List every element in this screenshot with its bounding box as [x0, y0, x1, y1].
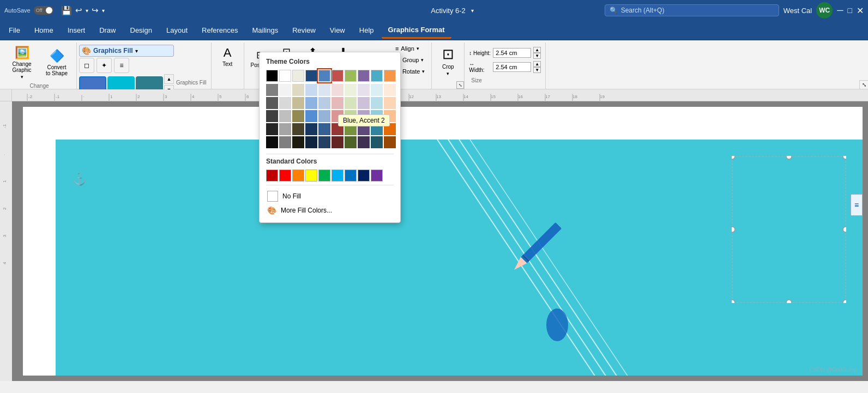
styles-scroll-up[interactable]: ▲ [164, 74, 174, 84]
shade-cell[interactable] [318, 84, 330, 96]
menu-design[interactable]: Design [124, 23, 159, 38]
shade-cell[interactable] [318, 123, 330, 135]
menu-review[interactable]: Review [286, 23, 322, 38]
shade-cell[interactable] [318, 110, 330, 122]
theme-color-cell[interactable] [384, 70, 396, 82]
shade-cell[interactable] [371, 84, 383, 96]
standard-color-cell[interactable] [331, 170, 343, 182]
menu-references[interactable]: References [195, 23, 244, 38]
shade-cell[interactable] [358, 97, 370, 109]
width-down[interactable]: ▼ [533, 67, 541, 73]
shade-cell[interactable] [266, 84, 278, 96]
graphic-alt-text-button[interactable]: ≡ [114, 58, 129, 73]
standard-color-cell[interactable] [358, 170, 370, 182]
shade-cell[interactable] [292, 123, 304, 135]
theme-color-cell[interactable] [345, 70, 357, 82]
shade-cell[interactable] [318, 97, 330, 109]
shade-cell[interactable] [358, 84, 370, 96]
shade-cell[interactable] [331, 136, 343, 148]
shade-cell[interactable] [266, 97, 278, 109]
window-maximize[interactable]: □ [848, 6, 852, 15]
shade-cell[interactable] [384, 84, 396, 96]
search-bar[interactable]: 🔍 Search (Alt+Q) [605, 4, 779, 16]
menu-help[interactable]: Help [353, 23, 381, 38]
shade-cell[interactable] [345, 84, 357, 96]
no-fill-option[interactable]: No Fill [266, 189, 394, 204]
theme-color-cell[interactable] [358, 70, 370, 82]
convert-to-shape-button[interactable]: 🔷 Convert to Shape [40, 47, 73, 78]
shade-cell[interactable] [279, 110, 291, 122]
shade-cell[interactable] [358, 136, 370, 148]
shade-cell[interactable] [305, 97, 317, 109]
shade-cell[interactable] [318, 136, 330, 148]
shade-cell[interactable] [279, 123, 291, 135]
undo-icon[interactable]: ↩ [75, 5, 82, 15]
shade-cell[interactable] [371, 97, 383, 109]
graphic-outline-button[interactable]: ◻ [79, 58, 94, 73]
shade-cell[interactable] [292, 136, 304, 148]
theme-color-cell[interactable] [305, 70, 317, 82]
shade-cell[interactable] [345, 97, 357, 109]
shade-cell[interactable] [305, 84, 317, 96]
shade-cell[interactable] [292, 84, 304, 96]
standard-color-cell[interactable] [292, 170, 304, 182]
redo-icon[interactable]: ↪ [92, 5, 99, 15]
standard-color-cell[interactable] [266, 170, 278, 182]
graphic-effects-button[interactable]: ✦ [97, 58, 112, 73]
menu-draw[interactable]: Draw [93, 23, 122, 38]
standard-color-cell[interactable] [371, 170, 383, 182]
shade-cell[interactable] [305, 123, 317, 135]
shade-cell[interactable] [266, 123, 278, 135]
menu-layout[interactable]: Layout [160, 23, 194, 38]
standard-color-cell[interactable] [279, 170, 291, 182]
theme-color-cell[interactable] [292, 70, 304, 82]
theme-color-cell[interactable] [371, 70, 383, 82]
undo-dropdown-icon[interactable]: ▾ [86, 8, 88, 14]
shade-cell[interactable] [331, 84, 343, 96]
shade-cell[interactable] [305, 110, 317, 122]
side-panel-icon[interactable]: ≡ [851, 194, 863, 216]
menu-mailings[interactable]: Mailings [246, 23, 285, 38]
more-fill-colors-option[interactable]: 🎨 More Fill Colors... [266, 204, 394, 217]
theme-color-cell[interactable] [331, 70, 343, 82]
window-minimize[interactable]: ─ [837, 5, 843, 15]
shade-cell[interactable] [292, 97, 304, 109]
width-up[interactable]: ▲ [533, 61, 541, 67]
shade-cell[interactable] [266, 136, 278, 148]
change-graphic-button[interactable]: 🖼️ Change Graphic ▾ [5, 44, 38, 82]
shade-cell[interactable] [331, 97, 343, 109]
height-up[interactable]: ▲ [533, 47, 541, 53]
shade-cell[interactable] [384, 136, 396, 148]
shade-cell[interactable] [345, 136, 357, 148]
shade-cell[interactable] [279, 136, 291, 148]
height-down[interactable]: ▼ [533, 53, 541, 59]
theme-color-cell[interactable] [318, 70, 330, 82]
standard-color-cell[interactable] [318, 170, 330, 182]
menu-file[interactable]: File [2, 23, 27, 38]
shade-cell[interactable] [279, 84, 291, 96]
menu-graphics-format[interactable]: Graphics Format [382, 22, 451, 39]
user-avatar[interactable]: WC [816, 2, 833, 19]
shade-cell[interactable] [292, 110, 304, 122]
standard-color-cell[interactable] [345, 170, 357, 182]
save-icon[interactable]: 💾 [61, 5, 72, 16]
menu-view[interactable]: View [323, 23, 352, 38]
quick-access-dropdown[interactable]: ▾ [102, 8, 105, 14]
ribbon-expand-icon[interactable]: ⤡ [859, 80, 868, 89]
shade-cell[interactable] [266, 110, 278, 122]
window-close[interactable]: ✕ [857, 5, 864, 16]
standard-color-cell[interactable] [305, 170, 317, 182]
shade-cell[interactable] [305, 136, 317, 148]
autosave-toggle[interactable]: Off [34, 6, 53, 15]
theme-color-cell[interactable] [266, 70, 278, 82]
theme-color-cell[interactable] [279, 70, 291, 82]
menu-home[interactable]: Home [28, 23, 60, 38]
height-input[interactable] [493, 48, 531, 58]
graphics-fill-button[interactable]: 🎨 Graphics Fill ▾ [79, 45, 174, 57]
menu-insert[interactable]: Insert [61, 23, 92, 38]
crop-button[interactable]: ⊡ Crop ▾ [437, 44, 459, 78]
text-button[interactable]: A Text [216, 44, 238, 69]
shade-cell[interactable] [279, 97, 291, 109]
width-input[interactable] [493, 62, 531, 72]
shade-cell[interactable] [371, 136, 383, 148]
